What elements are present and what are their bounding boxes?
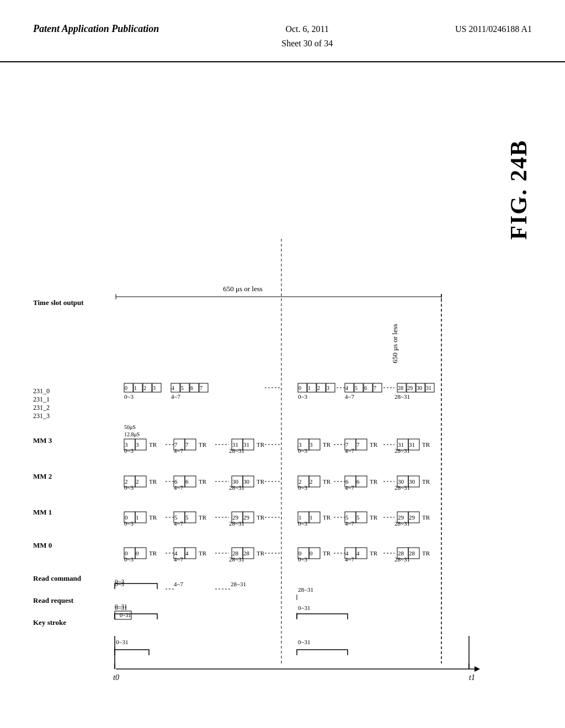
mm1-tr-L: TR: [149, 514, 157, 521]
mm0-val-28-L: 28: [232, 550, 239, 556]
mm2-val-30-R: 30: [398, 478, 404, 485]
timeline-arrow: [475, 666, 480, 672]
mm1-val-0-R: 1: [299, 514, 302, 521]
mm3-val-31b-L: 31: [243, 441, 249, 448]
mm1-range-0-3-R: 0~3: [298, 520, 307, 527]
out-val-6-R: 6: [364, 385, 367, 391]
out-val-6-L: 6: [190, 385, 193, 391]
mm3-range-28-31-L: 28~31: [229, 447, 244, 454]
mm2-val-30-L: 30: [232, 478, 239, 485]
ks-wave-R: [297, 650, 348, 655]
label-mm3: MM 3: [33, 436, 52, 445]
mm1-range-28-31-R: 28~31: [395, 520, 410, 527]
mm0-val-0-L: 0: [125, 550, 128, 556]
out-0-3-R: 0~3: [298, 393, 307, 400]
mm3-val-3b-L: 3: [136, 441, 139, 448]
mm2-range-4-7-R: 4~7: [345, 484, 354, 491]
mm1-range-28-31-L: 28~31: [229, 520, 244, 527]
out-val-5-L: 5: [181, 385, 184, 391]
out-val-4-R: 4: [345, 385, 348, 391]
rr-val-L: 0~31: [120, 612, 131, 618]
mm3-tr-L: TR: [149, 441, 157, 448]
out-val-4-L: 4: [172, 385, 174, 391]
mm0-val-0b-R: 0: [310, 550, 313, 556]
mm2-val-6b-R: 6: [356, 478, 360, 485]
mm2-val-30b-L: 30: [243, 478, 250, 485]
mm3-val-7b-L: 7: [185, 441, 189, 448]
mm0-tr-R: TR: [323, 550, 331, 556]
mm3-tr3-R: TR: [422, 441, 430, 448]
t0-label: t0: [113, 673, 119, 682]
mm3-val-31-L: 31: [232, 441, 238, 448]
mm1-tr3-R: TR: [422, 514, 430, 521]
time-650: 650 μs or less: [391, 324, 399, 363]
mm2-val-6b-L: 6: [185, 478, 189, 485]
out-val-0-L: 0: [125, 385, 127, 391]
mm3-tr2-R: TR: [370, 441, 378, 448]
mm3-val-3-R: 3: [299, 441, 302, 448]
rr-range-28-31-R: 28~31: [298, 586, 313, 593]
publication-title: Patent Application Publication: [33, 22, 159, 36]
mm1-val-5b-L: 5: [185, 514, 189, 521]
out-val-0-R: 0: [299, 385, 301, 391]
mm2-val-2b-L: 2: [136, 478, 139, 485]
time-50us-L: 50μS: [124, 424, 136, 430]
mm0-range-0-3-R: 0~3: [298, 556, 307, 563]
mm2-range-0-3-R: 0~3: [298, 484, 307, 491]
mm3-range-28-31-R: 28~31: [395, 447, 410, 454]
mm0-val-28b-R: 28: [409, 550, 415, 556]
time-128us-L: 12.8μS: [124, 431, 140, 437]
rr-wave-R: [297, 614, 348, 619]
mm3-tr-R: TR: [323, 441, 331, 448]
label-mm2: MM 2: [33, 472, 52, 480]
mm1-val-5b-R: 5: [356, 514, 360, 521]
t1-label: t1: [469, 673, 475, 682]
mm2-range-0-3-L: 0~3: [124, 484, 134, 491]
rc-0-3-top: 0~3: [115, 581, 124, 587]
out-val-1-R: 1: [308, 385, 311, 391]
mm2-range-28-31-R: 28~31: [395, 484, 410, 491]
label-read-request: Read request: [33, 596, 74, 604]
page-header: Patent Application Publication Oct. 6, 2…: [0, 0, 565, 62]
mm0-val-4b-R: 4: [356, 550, 360, 556]
label-keystroke: Key stroke: [33, 618, 66, 627]
label-timeslot: Time slot output: [33, 298, 84, 307]
mm3-tr3-L: TR: [257, 441, 265, 448]
mm3-val-3b-R: 3: [310, 441, 313, 448]
rc-28-31-top: 28~31: [231, 581, 246, 587]
mm0-tr-L: TR: [149, 550, 157, 556]
label-231-1: 231_1: [33, 395, 50, 403]
ks-range-label: 0~31: [116, 639, 128, 645]
mm1-val-29-R: 29: [398, 514, 404, 521]
mm1-range-0-3-L: 0~3: [124, 520, 134, 527]
mm2-val-2-L: 2: [125, 478, 128, 485]
mm2-tr-L: TR: [149, 478, 157, 485]
label-231-2: 231_2: [33, 404, 50, 411]
out-val-7-L: 7: [200, 385, 202, 391]
timing-diagram: Key stroke Read request Read command MM …: [33, 129, 508, 728]
mm2-val-2-R: 2: [299, 478, 302, 485]
out-val-2-R: 2: [317, 385, 320, 391]
main-content: FIG. 24B Key stroke Read request Read co…: [0, 62, 565, 724]
out-4-7-L: 4~7: [171, 393, 180, 400]
label-mm1: MM 1: [33, 508, 52, 516]
mm3-range-4-7-R: 4~7: [345, 447, 354, 454]
out-val-28-R: 28: [398, 385, 403, 391]
mm1-tr2-L: TR: [199, 514, 207, 521]
mm1-val-5-L: 5: [174, 514, 178, 521]
mm1-val-5-R: 5: [345, 514, 349, 521]
mm3-val-7b-R: 7: [356, 441, 360, 448]
mm3-val-3-L: 3: [125, 441, 128, 448]
out-val-30-R: 30: [417, 385, 422, 391]
mm3-range-0-3-L: 0~3: [124, 447, 134, 454]
mm3-val-31b-R: 31: [409, 441, 415, 448]
rc-4-7-top: 4~7: [174, 581, 183, 587]
mm1-val-1-L: 1: [136, 514, 139, 521]
mm2-tr3-L: TR: [257, 478, 265, 485]
mm0-range-4-7-L: 4~7: [174, 556, 183, 563]
mm0-val-4-R: 4: [345, 550, 349, 556]
mm2-range-28-31-L: 28~31: [229, 484, 244, 491]
mm1-tr3-L: TR: [257, 514, 265, 521]
out-val-1-L: 1: [134, 385, 137, 391]
mm0-val-28-R: 28: [398, 550, 404, 556]
